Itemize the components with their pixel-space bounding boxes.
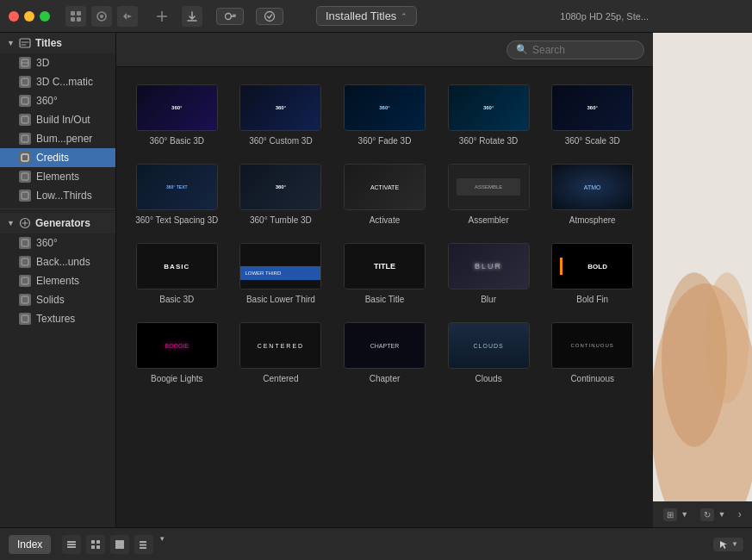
titles-item-icon bbox=[19, 76, 31, 88]
grid-small-icon[interactable] bbox=[86, 535, 105, 554]
titles-section-header[interactable]: ▼ Titles bbox=[0, 33, 115, 53]
title-item-assembler[interactable]: ASSEMBLE Assembler bbox=[437, 155, 541, 234]
preview-fit-icon[interactable]: ⊞ bbox=[663, 508, 677, 521]
title-label: Assembler bbox=[468, 215, 508, 226]
sidebar-item-gen-elements[interactable]: Elements bbox=[0, 271, 115, 290]
title-item-basic-3d[interactable]: BASIC Basic 3D bbox=[125, 234, 229, 314]
title-item-activate[interactable]: ACTIVATE Activate bbox=[332, 155, 437, 234]
svg-rect-31 bbox=[96, 540, 100, 544]
title-item-clouds[interactable]: CLOUDS Clouds bbox=[437, 314, 541, 393]
title-item-boogie-lights[interactable]: BOOGIE Boogie Lights bbox=[125, 314, 229, 393]
svg-point-26 bbox=[705, 272, 749, 403]
svg-rect-10 bbox=[22, 78, 28, 85]
title-label: 360° Custom 3D bbox=[249, 135, 312, 146]
sidebar-item-elements[interactable]: Elements bbox=[0, 167, 115, 186]
title-thumbnail: CONTINUOUS bbox=[551, 322, 633, 369]
preview-rotate-chevron-icon[interactable]: ▼ bbox=[718, 510, 725, 519]
title-thumbnail: ACTIVATE bbox=[344, 164, 426, 210]
generators-chevron-icon: ▼ bbox=[7, 219, 15, 227]
title-item-basic-lower-third[interactable]: LOWER THIRD Basic Lower Third bbox=[229, 234, 333, 314]
title-label: 360° Fade 3D bbox=[358, 135, 412, 146]
titles-item-icon bbox=[19, 133, 31, 145]
app-icon-1[interactable] bbox=[65, 6, 86, 27]
title-item-360-tumble-3d[interactable]: 360° 360° Tumble 3D bbox=[229, 155, 333, 234]
title-label: Basic 3D bbox=[159, 294, 194, 305]
title-label: Bold Fin bbox=[576, 294, 608, 305]
title-item-360-text-spacing[interactable]: 360° TEXT 360° Text Spacing 3D bbox=[125, 155, 229, 234]
index-tab[interactable]: Index bbox=[9, 535, 51, 554]
main-layout: ▼ Titles 3D 3D C...matic 360° bbox=[0, 33, 752, 527]
sidebar-item-360[interactable]: 360° bbox=[0, 91, 115, 110]
preview-rotate-icon[interactable]: ↻ bbox=[700, 508, 714, 521]
sidebar-item-gen-360[interactable]: 360° bbox=[0, 233, 115, 252]
preview-forward-icon[interactable]: › bbox=[738, 508, 742, 520]
sidebar-item-solids[interactable]: Solids bbox=[0, 290, 115, 309]
layout-options-icon[interactable] bbox=[134, 535, 153, 554]
list-view-icon[interactable] bbox=[62, 535, 81, 554]
sidebar-item-bumper[interactable]: Bum...pener bbox=[0, 129, 115, 148]
title-item-bold-fin[interactable]: BOLD Bold Fin bbox=[540, 234, 644, 314]
sidebar-item-3d[interactable]: 3D bbox=[0, 53, 115, 72]
title-thumbnail: TITLE bbox=[344, 243, 426, 289]
title-label: Basic Title bbox=[365, 294, 405, 305]
title-label: 360° Rotate 3D bbox=[459, 135, 519, 146]
title-item-360-basic-3d[interactable]: 360° 360° Basic 3D bbox=[125, 76, 229, 155]
svg-rect-22 bbox=[22, 315, 28, 322]
title-item-basic-title[interactable]: TITLE Basic Title bbox=[332, 234, 437, 314]
preview-chevron-icon[interactable]: ▼ bbox=[681, 510, 688, 519]
titles-item-icon bbox=[19, 57, 31, 69]
sidebar-item-textures[interactable]: Textures bbox=[0, 309, 115, 328]
grid-large-icon[interactable] bbox=[110, 535, 129, 554]
generators-section-header[interactable]: ▼ Generators bbox=[0, 213, 115, 233]
title-item-blur[interactable]: BLUR Blur bbox=[437, 234, 541, 314]
sidebar-item-build-in-out[interactable]: Build In/Out bbox=[0, 110, 115, 129]
search-input[interactable] bbox=[532, 44, 636, 56]
svg-rect-18 bbox=[22, 240, 28, 246]
key-icon-btn[interactable] bbox=[216, 8, 244, 25]
title-item-360-scale-3d[interactable]: 360° 360° Scale 3D bbox=[540, 76, 644, 155]
maximize-button[interactable] bbox=[40, 11, 50, 22]
title-item-atmosphere[interactable]: ATMO Atmosphere bbox=[540, 155, 644, 234]
download-icon-btn[interactable] bbox=[182, 6, 202, 27]
titles-item-icon bbox=[19, 114, 31, 126]
sidebar-item-backgrounds[interactable]: Back...unds bbox=[0, 252, 115, 271]
titlebar-icons bbox=[65, 6, 138, 27]
title-item-centered[interactable]: CENTERED Centered bbox=[229, 314, 333, 393]
minimize-button[interactable] bbox=[24, 11, 34, 22]
sidebar-item-3d-cinematic[interactable]: 3D C...matic bbox=[0, 72, 115, 91]
cursor-mode-button[interactable]: ▼ bbox=[713, 538, 743, 551]
sidebar-item-lower-thirds[interactable]: Low...Thirds bbox=[0, 186, 115, 205]
title-thumbnail: 360° bbox=[239, 164, 321, 210]
title-item-360-rotate-3d[interactable]: 360° 360° Rotate 3D bbox=[437, 76, 541, 155]
title-item-continuous[interactable]: CONTINUOUS Continuous bbox=[540, 314, 644, 393]
search-box[interactable]: 🔍 bbox=[507, 40, 644, 59]
content-area: 🔍 360° 360° Basic 3D 360° bbox=[116, 33, 653, 527]
title-thumbnail: ATMO bbox=[551, 164, 633, 210]
title-label: Atmosphere bbox=[569, 215, 616, 226]
title-label: Boogie Lights bbox=[151, 373, 203, 384]
svg-rect-35 bbox=[120, 540, 124, 544]
svg-rect-27 bbox=[67, 541, 76, 543]
close-button[interactable] bbox=[9, 11, 19, 22]
titles-item-icon bbox=[19, 152, 31, 164]
svg-point-5 bbox=[100, 15, 103, 18]
title-label: Basic Lower Third bbox=[246, 294, 315, 305]
svg-rect-40 bbox=[140, 547, 146, 549]
title-item-chapter[interactable]: CHAPTER Chapter bbox=[332, 314, 437, 393]
title-thumbnail: BOOGIE bbox=[136, 322, 218, 369]
svg-rect-15 bbox=[22, 173, 28, 180]
title-item-360-fade-3d[interactable]: 360° 360° Fade 3D bbox=[332, 76, 437, 155]
layout-dropdown-chevron-icon[interactable]: ▼ bbox=[158, 535, 165, 554]
resolution-badge: 1080p HD 25p, Ste... bbox=[560, 11, 649, 22]
sidebar: ▼ Titles 3D 3D C...matic 360° bbox=[0, 33, 116, 527]
sidebar-item-credits[interactable]: Credits bbox=[0, 148, 115, 167]
installed-titles-dropdown[interactable]: Installed Titles ⌃ bbox=[316, 6, 417, 26]
check-icon-btn[interactable] bbox=[256, 8, 283, 25]
title-thumbnail: CENTERED bbox=[239, 322, 321, 369]
title-thumbnail: 360° bbox=[344, 84, 426, 131]
app-icon-3[interactable] bbox=[117, 6, 138, 27]
title-item-360-custom-3d[interactable]: 360° 360° Custom 3D bbox=[229, 76, 333, 155]
svg-rect-19 bbox=[22, 258, 28, 265]
svg-rect-29 bbox=[67, 546, 76, 548]
app-icon-2[interactable] bbox=[91, 6, 112, 27]
